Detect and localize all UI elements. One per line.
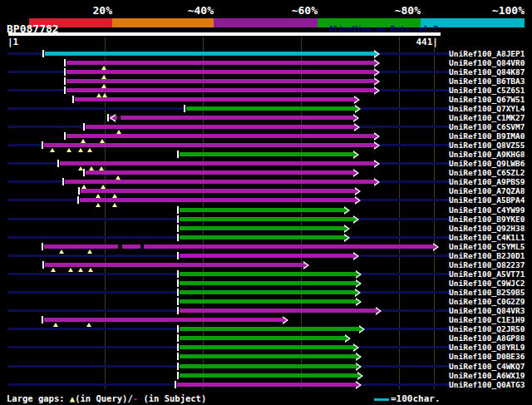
hit-bar[interactable] xyxy=(66,61,374,65)
right-arrowhead-fill xyxy=(374,52,378,57)
hit-label[interactable]: UniRef100_Q92H38 xyxy=(449,224,525,233)
hit-bar[interactable] xyxy=(45,52,374,56)
gaps-legend-subject-text: (in Subject) xyxy=(138,393,206,403)
hit-label[interactable]: UniRef100_C6SVM7 xyxy=(449,122,525,131)
right-arrowhead-fill xyxy=(374,79,378,84)
hit-start-tick xyxy=(64,77,66,85)
hit-label[interactable]: UniRef100_Q2JR50 xyxy=(449,324,525,333)
hit-label[interactable]: UniRef100_A9KHG8 xyxy=(449,150,525,159)
hit-label[interactable]: UniRef100_Q84VR0 xyxy=(449,58,525,67)
hit-label[interactable]: UniRef100_A9PBS9 xyxy=(449,177,525,186)
hit-label[interactable]: UniRef100_C5Z6S1 xyxy=(449,86,525,95)
hit-bar[interactable] xyxy=(186,106,355,111)
hit-label[interactable]: UniRef100_C1E1H9 xyxy=(449,315,525,324)
hit-bar[interactable] xyxy=(86,170,353,175)
hit-bar[interactable] xyxy=(180,208,344,212)
hit-bar[interactable] xyxy=(44,244,433,249)
hit-label[interactable]: UniRef100_C6SZL2 xyxy=(449,168,525,177)
hit-label[interactable]: UniRef100_B9YKE0 xyxy=(449,215,525,224)
hit-label[interactable]: UniRef100_A8GP88 xyxy=(449,333,525,343)
hit-bar[interactable] xyxy=(86,125,354,129)
hit-bar[interactable] xyxy=(180,217,353,221)
hit-bar[interactable] xyxy=(44,143,374,147)
hit-label[interactable]: UniRef100_B2S9B5 xyxy=(449,288,525,297)
right-arrowhead-fill xyxy=(374,88,378,93)
hit-start-tick xyxy=(177,353,179,360)
hit-label[interactable]: UniRef100_C4WKQ7 xyxy=(449,362,525,371)
right-arrowhead-fill xyxy=(344,208,348,213)
right-arrowhead-fill xyxy=(356,383,360,388)
hit-bar[interactable] xyxy=(65,180,374,184)
hit-start-tick xyxy=(177,151,179,158)
hit-start-tick xyxy=(177,225,179,232)
hit-label[interactable]: UniRef100_A5BPA4 xyxy=(449,195,525,205)
hit-bar[interactable] xyxy=(180,272,356,276)
hit-bar[interactable] xyxy=(180,235,344,240)
hit-bar[interactable] xyxy=(110,116,353,120)
hit-bar[interactable] xyxy=(180,152,353,156)
hit-label[interactable]: UniRef100_C1MK27 xyxy=(449,113,525,122)
hit-label[interactable]: UniRef100_A8JEP1 xyxy=(449,49,525,58)
hit-label[interactable]: UniRef100_A5VT71 xyxy=(449,269,525,279)
hit-bar[interactable] xyxy=(66,79,374,83)
hit-start-tick xyxy=(64,59,66,67)
hit-label[interactable]: UniRef100_D0BE36 xyxy=(449,352,525,361)
hit-label[interactable]: UniRef100_B2J0D1 xyxy=(449,251,525,260)
hit-label[interactable]: UniRef100_O82237 xyxy=(449,260,525,269)
hit-label[interactable]: UniRef100_C4YW99 xyxy=(449,205,525,215)
hit-bar[interactable] xyxy=(180,309,376,313)
hit-bar[interactable] xyxy=(66,134,374,138)
hit-label[interactable]: UniRef100_Q8YRL9 xyxy=(449,343,525,352)
hit-label[interactable]: UniRef100_B6TBA3 xyxy=(449,77,525,86)
hit-bar[interactable] xyxy=(180,336,345,340)
hit-bar[interactable] xyxy=(60,161,374,165)
hit-start-tick xyxy=(177,298,179,305)
right-arrowhead-fill xyxy=(283,318,287,323)
right-arrowhead-fill xyxy=(353,217,357,222)
hit-label[interactable]: UniRef100_C4K1L1 xyxy=(449,233,525,242)
hit-bar[interactable] xyxy=(180,290,355,294)
hit-bar[interactable] xyxy=(180,364,356,368)
query-gap-marker xyxy=(87,148,92,152)
right-arrowhead-fill xyxy=(356,364,360,369)
hit-start-tick xyxy=(177,279,179,287)
hit-label[interactable]: UniRef100_Q84VR3 xyxy=(449,306,525,315)
hit-bar[interactable] xyxy=(180,299,356,304)
hit-bar[interactable] xyxy=(44,318,283,322)
hit-bar[interactable] xyxy=(66,70,374,74)
hit-label[interactable]: UniRef100_B9IMA0 xyxy=(449,131,525,141)
query-gap-marker xyxy=(53,323,58,327)
hit-label[interactable]: UniRef100_Q7XYL4 xyxy=(449,104,525,113)
hit-label[interactable]: UniRef100_Q9LWB6 xyxy=(449,159,525,168)
hit-bar[interactable] xyxy=(180,254,353,258)
hit-label[interactable]: UniRef100_Q67W51 xyxy=(449,95,525,104)
hit-label[interactable]: UniRef100_Q0ATG3 xyxy=(449,380,525,389)
hit-bar[interactable] xyxy=(180,354,356,358)
hit-label[interactable]: UniRef100_A6WX19 xyxy=(449,371,525,380)
hit-bar[interactable] xyxy=(180,226,344,230)
hit-bar[interactable] xyxy=(81,189,355,193)
query-gap-marker xyxy=(78,268,83,272)
hit-label[interactable]: UniRef100_C0G2Z9 xyxy=(449,297,525,306)
hit-bar[interactable] xyxy=(177,383,356,387)
hit-bar[interactable] xyxy=(180,281,356,285)
hit-start-tick xyxy=(177,372,179,379)
hit-label[interactable]: UniRef100_A7QZA8 xyxy=(449,186,525,195)
hit-label[interactable]: UniRef100_Q84K87 xyxy=(449,67,525,77)
hit-start-tick xyxy=(64,132,66,140)
query-sequence-bar xyxy=(8,32,441,36)
hit-start-tick xyxy=(177,343,179,351)
right-arrowhead-fill xyxy=(356,281,360,286)
hit-bar[interactable] xyxy=(66,88,374,92)
right-arrowhead-fill xyxy=(374,161,378,166)
hit-label[interactable]: UniRef100_Q8VZ55 xyxy=(449,141,525,150)
hit-bar[interactable] xyxy=(180,345,353,349)
hit-label[interactable]: UniRef100_C9WJC2 xyxy=(449,279,525,288)
hit-bar[interactable] xyxy=(45,263,303,267)
hit-bar[interactable] xyxy=(180,327,359,331)
hit-bar[interactable] xyxy=(180,373,357,378)
hit-bar[interactable] xyxy=(75,97,354,101)
hit-label[interactable]: UniRef100_C5YML5 xyxy=(449,242,525,251)
hit-bar[interactable] xyxy=(80,198,355,202)
query-gap-marker xyxy=(50,148,55,152)
